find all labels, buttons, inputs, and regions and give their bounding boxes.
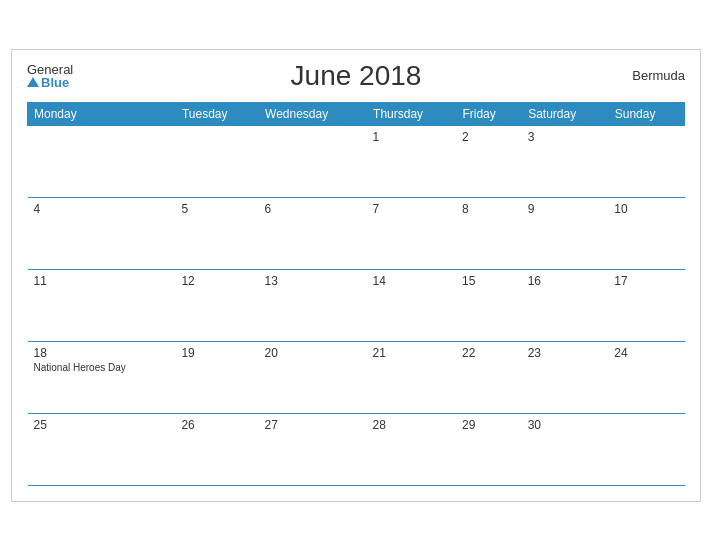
event-label: National Heroes Day	[34, 362, 170, 374]
logo-general-text: General	[27, 63, 73, 76]
day-number: 17	[614, 274, 678, 288]
day-cell: 14	[367, 269, 456, 341]
day-cell	[608, 125, 684, 197]
day-cell: 5	[175, 197, 258, 269]
header-sunday: Sunday	[608, 102, 684, 125]
day-number: 12	[181, 274, 252, 288]
day-cell: 16	[522, 269, 609, 341]
header-friday: Friday	[456, 102, 522, 125]
day-number: 5	[181, 202, 252, 216]
weekday-header-row: Monday Tuesday Wednesday Thursday Friday…	[28, 102, 685, 125]
day-cell: 25	[28, 413, 176, 485]
day-cell: 29	[456, 413, 522, 485]
day-number: 16	[528, 274, 603, 288]
day-cell: 13	[259, 269, 367, 341]
day-cell: 12	[175, 269, 258, 341]
day-number: 4	[34, 202, 170, 216]
header-saturday: Saturday	[522, 102, 609, 125]
day-number: 21	[373, 346, 450, 360]
day-cell	[259, 125, 367, 197]
day-cell: 27	[259, 413, 367, 485]
day-number: 7	[373, 202, 450, 216]
day-number: 10	[614, 202, 678, 216]
day-number: 24	[614, 346, 678, 360]
day-cell: 28	[367, 413, 456, 485]
day-cell: 23	[522, 341, 609, 413]
calendar-header: General Blue June 2018 Bermuda	[27, 60, 685, 92]
week-row-2: 45678910	[28, 197, 685, 269]
day-number: 22	[462, 346, 516, 360]
day-cell: 1	[367, 125, 456, 197]
calendar-grid: Monday Tuesday Wednesday Thursday Friday…	[27, 102, 685, 486]
day-number: 30	[528, 418, 603, 432]
day-cell: 7	[367, 197, 456, 269]
logo-triangle-icon	[27, 77, 39, 87]
day-cell: 24	[608, 341, 684, 413]
day-cell: 20	[259, 341, 367, 413]
region-label: Bermuda	[632, 68, 685, 83]
day-cell: 2	[456, 125, 522, 197]
day-cell: 4	[28, 197, 176, 269]
day-number: 20	[265, 346, 361, 360]
day-cell: 21	[367, 341, 456, 413]
header-thursday: Thursday	[367, 102, 456, 125]
day-cell: 17	[608, 269, 684, 341]
day-cell	[175, 125, 258, 197]
day-number: 27	[265, 418, 361, 432]
day-cell: 22	[456, 341, 522, 413]
header-monday: Monday	[28, 102, 176, 125]
day-cell: 8	[456, 197, 522, 269]
header-tuesday: Tuesday	[175, 102, 258, 125]
day-number: 9	[528, 202, 603, 216]
day-number: 2	[462, 130, 516, 144]
day-cell: 26	[175, 413, 258, 485]
day-cell: 3	[522, 125, 609, 197]
day-number: 11	[34, 274, 170, 288]
header-wednesday: Wednesday	[259, 102, 367, 125]
day-number: 18	[34, 346, 170, 360]
logo: General Blue	[27, 63, 73, 89]
day-cell: 11	[28, 269, 176, 341]
day-cell: 19	[175, 341, 258, 413]
day-number: 28	[373, 418, 450, 432]
calendar-title: June 2018	[291, 60, 422, 92]
day-cell: 30	[522, 413, 609, 485]
calendar-body: 123456789101112131415161718National Hero…	[28, 125, 685, 485]
logo-blue-text: Blue	[27, 76, 69, 89]
day-number: 19	[181, 346, 252, 360]
day-number: 25	[34, 418, 170, 432]
day-number: 1	[373, 130, 450, 144]
day-cell: 10	[608, 197, 684, 269]
day-cell: 15	[456, 269, 522, 341]
day-number: 23	[528, 346, 603, 360]
day-number: 26	[181, 418, 252, 432]
calendar-container: General Blue June 2018 Bermuda Monday Tu…	[11, 49, 701, 502]
day-cell: 18National Heroes Day	[28, 341, 176, 413]
day-number: 3	[528, 130, 603, 144]
day-number: 14	[373, 274, 450, 288]
day-cell: 6	[259, 197, 367, 269]
week-row-1: 123	[28, 125, 685, 197]
day-number: 13	[265, 274, 361, 288]
day-number: 15	[462, 274, 516, 288]
week-row-5: 252627282930	[28, 413, 685, 485]
day-cell: 9	[522, 197, 609, 269]
day-number: 8	[462, 202, 516, 216]
day-cell	[608, 413, 684, 485]
day-number: 29	[462, 418, 516, 432]
week-row-3: 11121314151617	[28, 269, 685, 341]
day-cell	[28, 125, 176, 197]
day-number: 6	[265, 202, 361, 216]
week-row-4: 18National Heroes Day192021222324	[28, 341, 685, 413]
